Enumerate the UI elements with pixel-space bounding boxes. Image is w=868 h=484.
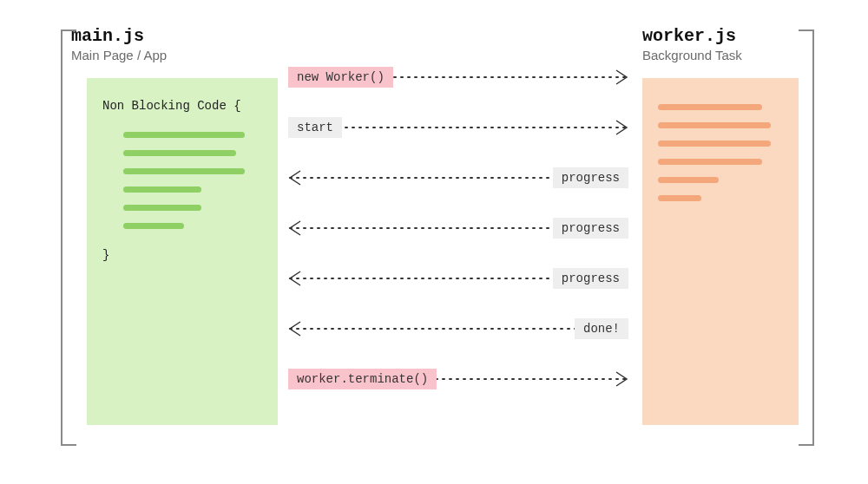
left-panel-header: main.js Main Page / App [71,26,279,62]
message-row: worker.terminate() [288,354,628,404]
message-label: progress [553,218,628,239]
message-label: progress [553,167,628,188]
worker-code-line [658,159,762,165]
worker-code-line [658,104,762,110]
message-label: done! [575,318,628,339]
code-line [123,223,184,229]
message-label: worker.terminate() [288,369,437,389]
message-row: progress [288,203,628,253]
code-line [123,186,201,193]
main-code-card: Non Blocking Code { } [87,78,278,425]
message-row: new Worker() [288,52,628,102]
message-lane: new Worker()startprogressprogressprogres… [288,52,628,404]
code-line [123,205,201,211]
worker-code-line [658,122,771,128]
worker-lines-container [658,104,783,201]
worker-code-card [642,78,799,425]
code-line [123,132,245,138]
right-panel-subtitle: Background Task [642,48,807,62]
worker-code-line [658,177,719,183]
message-row: start [288,102,628,153]
code-line [123,168,245,174]
right-panel-header: worker.js Background Task [642,26,807,62]
message-label: progress [553,268,628,289]
message-label: new Worker() [288,67,393,88]
message-row: done! [288,304,628,354]
right-panel-title: worker.js [642,26,807,46]
left-bracket [61,29,76,446]
left-panel-title: main.js [71,26,279,46]
code-lines-container [123,132,262,229]
left-panel-subtitle: Main Page / App [71,48,279,62]
code-close-brace: } [102,248,262,262]
message-row: progress [288,153,628,203]
code-open-brace: Non Blocking Code { [102,99,262,113]
message-label: start [288,117,342,138]
worker-code-line [658,195,701,201]
right-bracket [799,29,814,446]
worker-code-line [658,141,771,147]
message-row: progress [288,253,628,304]
code-line [123,150,236,156]
